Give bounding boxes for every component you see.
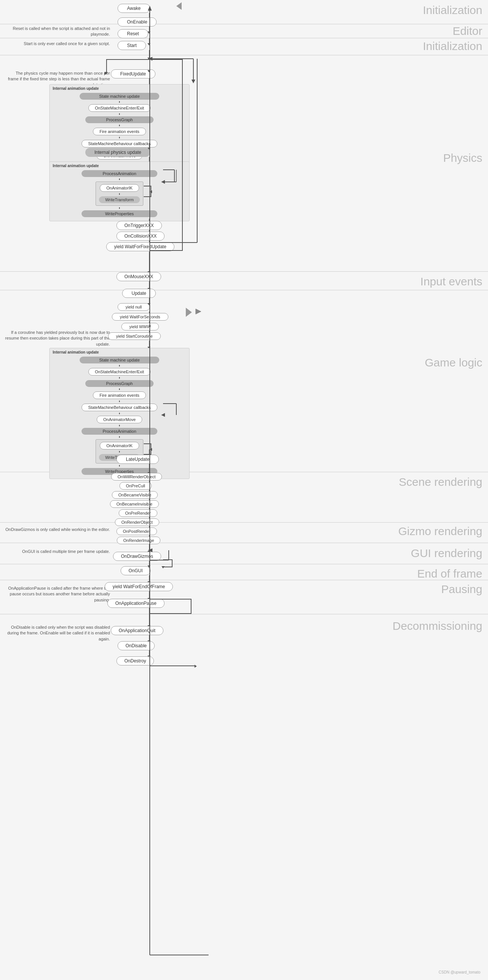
section-label-gizmo-rendering: Gizmo rendering (398, 525, 482, 538)
node-ongui: OnGUI (121, 566, 150, 575)
node-reset: Reset (118, 29, 148, 38)
label-internal-animation-1: Internal animation update (53, 86, 99, 91)
node-yieldwaitforendofframe: yield WaitForEndOfFrame (105, 582, 173, 591)
node-ondestroy: OnDestroy (116, 656, 154, 665)
section-label-end-of-frame: End of frame (417, 567, 482, 580)
section-label-initialization1: Initialization (423, 4, 482, 17)
node-fireanimation-1: Fire animation events (93, 128, 146, 135)
section-label-decommissioning: Decommissioning (392, 620, 482, 633)
node-lateupdate: LateUpdate (116, 455, 159, 464)
node-onrenderobject: OnRenderObject (115, 519, 159, 526)
internal-animation-box-2: Internal animation update ProcessAnimati… (49, 161, 190, 221)
node-fireanimation-2: Fire animation events (93, 391, 146, 399)
node-update: Update (122, 289, 156, 298)
svg-marker-20 (196, 309, 201, 314)
node-onwillrenderobject: OnWillRenderObject (111, 473, 162, 480)
node-processanimation-1: ProcessAnimation (81, 170, 157, 177)
node-ondisable: OnDisable (118, 641, 155, 650)
node-onstatemachine-2: OnStateMachineEnter/Exit (88, 368, 150, 375)
section-label-game-logic: Game logic (425, 356, 482, 369)
section-label-editor: Editor (453, 25, 482, 38)
node-onanimatormove-2: OnAnimatorMove (97, 416, 142, 423)
node-processgraph-1: ProcessGraph (85, 116, 153, 123)
node-onapplicationquit: OnApplicationQuit (111, 626, 163, 635)
node-onbecameinvisible: OnBecameInvisible (110, 500, 159, 508)
section-label-scene-rendering: Scene rendering (399, 476, 482, 488)
node-onprecull: OnPreCull (120, 482, 152, 490)
node-onmousexxx: OnMouseXXX (116, 272, 161, 281)
node-awake: Awake (118, 4, 150, 13)
label-internal-animation-3: Internal animation update (53, 350, 99, 354)
annotation-ondisable: OnDisable is called only when the script… (4, 625, 110, 642)
section-label-initialization2: Initialization (423, 40, 482, 52)
node-yield-null: yield null (118, 303, 150, 311)
node-writeproperties-1: WriteProperties (81, 210, 157, 217)
annotation-onapplicationpause: OnApplicationPause is called after the f… (4, 585, 110, 603)
node-onbecamevisible: OnBecameVisible (112, 491, 158, 499)
node-onapplicationpause: OnApplicationPause (107, 599, 164, 608)
node-yield-www: yield WWW (121, 323, 159, 331)
node-oncollisionxxx: OnCollisionXXX (116, 232, 164, 241)
node-processgraph-2: ProcessGraph (85, 380, 153, 387)
node-onprerender: OnPreRender (119, 509, 157, 517)
node-start: Start (118, 41, 146, 50)
node-onstatemachine-1: OnStateMachineEnter/Exit (88, 104, 150, 112)
watermark: CSDN @upward_tomato (439, 970, 480, 974)
node-statemachinebehaviour-2: StateMachineBehaviour callbacks (81, 404, 157, 411)
node-onanimatorik-2: OnAnimatorIK (100, 442, 139, 449)
section-label-physics: Physics (443, 151, 482, 164)
node-onpostrender: OnPostRender (116, 528, 157, 535)
section-label-gui-rendering: GUI rendering (411, 547, 482, 560)
node-statemachinebehaviour-1: StateMachineBehaviour callbacks (81, 140, 157, 147)
node-yield-waitforseconds: yield WaitForSeconds (112, 313, 168, 321)
node-processanimation-2: ProcessAnimation (81, 428, 157, 435)
node-ontriggerxxx: OnTriggerXXX (116, 221, 162, 230)
section-label-input-events: Input events (421, 275, 482, 288)
annotation-reset: Reset is called when the script is attac… (4, 26, 110, 38)
section-label-pausing: Pausing (441, 583, 482, 596)
annotation-ondrawgizmos: OnDrawGizmos is only called while workin… (4, 527, 110, 533)
node-internal-physics-update: Internal physics update (85, 148, 150, 157)
annotation-coroutine: If a coroutine has yielded previously bu… (4, 330, 110, 347)
node-statemachine-update-1: State machine update (80, 93, 159, 100)
svg-marker-4 (191, 80, 195, 83)
annotation-start: Start is only ever called once for a giv… (4, 41, 110, 47)
node-ondrawgizmos: OnDrawGizmos (113, 552, 161, 561)
node-statemachine-update-2: State machine update (80, 356, 159, 363)
node-yield-startcoroutine: yield StartCoroutine (108, 332, 161, 340)
node-onanimatorik-1: OnAnimatorIK (100, 184, 139, 192)
node-writetransform-1: WriteTransform (99, 196, 140, 203)
node-onrenderimage: OnRenderImage (117, 537, 160, 544)
annotation-ongui: OnGUI is called multiple time per frame … (4, 549, 110, 554)
label-internal-animation-2: Internal animation update (53, 164, 99, 168)
node-onenable: OnEnable (118, 18, 156, 27)
